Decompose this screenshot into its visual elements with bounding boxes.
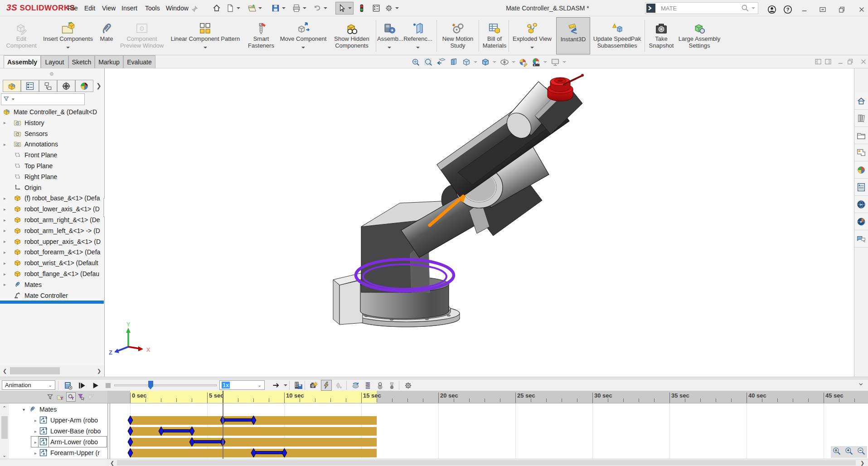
autokey-button[interactable]: [321, 380, 332, 391]
display-style-icon[interactable]: [480, 57, 491, 68]
panel-collapse-dot[interactable]: [50, 72, 53, 76]
key-diamond[interactable]: [127, 437, 133, 449]
taskpane-design-library[interactable]: [854, 110, 868, 127]
add-key-button[interactable]: [334, 380, 344, 391]
apply-scene-icon[interactable]: [531, 57, 542, 68]
filter-all-button[interactable]: [45, 392, 55, 402]
taskpane-community[interactable]: [854, 213, 868, 230]
tree-item[interactable]: Sensors: [0, 128, 104, 139]
zoom-to-fit-icon[interactable]: [410, 57, 421, 68]
timeline-ruler[interactable]: 0 sec5 sec10 sec15 sec20 sec25 sec30 sec…: [0, 391, 868, 403]
open-button[interactable]: [247, 2, 262, 15]
key-diamond[interactable]: [158, 426, 164, 438]
rollback-bar[interactable]: [0, 301, 104, 304]
save-animation-button[interactable]: [293, 380, 304, 391]
motor-button[interactable]: [350, 380, 361, 391]
pane-left-icon[interactable]: [814, 57, 823, 66]
ribbon-large-assembly-settings-button[interactable]: Large AssemblySettings: [677, 17, 722, 54]
playback-mode-button[interactable]: [271, 380, 282, 391]
tree-item[interactable]: ▸robot_arm_left_&<1> -> (D: [0, 225, 104, 236]
ribbon-mate-button[interactable]: Mate: [96, 17, 117, 54]
tree-item[interactable]: Front Plane: [0, 150, 104, 160]
contact-button[interactable]: [374, 380, 385, 391]
task-pane-list-button[interactable]: [372, 2, 381, 15]
tree-item[interactable]: Origin: [0, 182, 104, 193]
undo-button[interactable]: [313, 2, 327, 15]
filter-driving-button[interactable]: [66, 392, 76, 402]
timeline-zoom-in-button[interactable]: [844, 447, 853, 457]
ribbon-linear-component-pattern-button[interactable]: Linear Component Pattern: [167, 17, 244, 54]
spring-button[interactable]: [362, 380, 373, 391]
tree-item[interactable]: ▸robot_forearm_&<1> (Defa: [0, 247, 104, 257]
pin-icon[interactable]: [190, 3, 199, 15]
ribbon-bill-of-materials-button[interactable]: Bill ofMaterials: [480, 17, 509, 54]
tree-item[interactable]: ▸robot_upper_axis_&<1> (D: [0, 236, 104, 247]
expand-arrow[interactable]: ▸: [4, 142, 8, 147]
gravity-button[interactable]: [386, 380, 397, 391]
user-account-button[interactable]: [767, 3, 777, 16]
panel-tab-dimxpert[interactable]: [57, 80, 75, 92]
close-button[interactable]: [858, 3, 866, 16]
timeline-zoom-fit-button[interactable]: [832, 447, 841, 457]
robot-end-effector[interactable]: [548, 74, 584, 101]
timeline-zoom-out-button[interactable]: [857, 447, 866, 457]
tab-assembly[interactable]: Assembly: [4, 55, 41, 68]
slider-thumb[interactable]: [148, 381, 153, 387]
ribbon-take-snapshot-button[interactable]: TakeSnapshot: [647, 17, 675, 54]
key-diamond[interactable]: [127, 415, 133, 427]
restore-button[interactable]: [838, 3, 846, 16]
tree-item[interactable]: ▸History: [0, 117, 104, 128]
search-box[interactable]: MATE: [645, 2, 758, 14]
panel-tab-featuremanager[interactable]: [3, 80, 21, 92]
menu-insert[interactable]: Insert: [120, 0, 139, 16]
selection-filter-toggle-button[interactable]: [357, 2, 366, 15]
playhead-line[interactable]: [223, 403, 223, 459]
tree-item[interactable]: ▸robot_wrist_&<1> (Default: [0, 257, 104, 268]
taskpane-file-explorer[interactable]: [854, 127, 868, 144]
expand-arrow[interactable]: ▸: [4, 207, 8, 212]
view-settings-icon[interactable]: [550, 57, 561, 68]
tree-item[interactable]: ▸robot_lower_axis_&<1> (D: [0, 204, 104, 214]
menu-tools[interactable]: Tools: [143, 0, 162, 16]
taskpane-appearances[interactable]: [854, 161, 868, 179]
expand-arrow[interactable]: ▸: [4, 239, 8, 244]
ribbon-component-preview-window-button[interactable]: ComponentPreview Window: [118, 17, 166, 54]
motion-tree-item[interactable]: ▸AArm-Lower (robo: [9, 437, 107, 447]
key-diamond[interactable]: [189, 437, 195, 449]
animation-wizard-button[interactable]: [308, 380, 319, 391]
dock-button[interactable]: [819, 3, 827, 16]
ribbon-insert-components-button[interactable]: Insert Components: [41, 17, 95, 54]
ribbon-move-component-button[interactable]: Move Component: [278, 17, 328, 54]
tree-item[interactable]: ▸Mates: [0, 279, 104, 290]
key-diamond[interactable]: [251, 415, 257, 427]
expand-arrow[interactable]: ▸: [4, 261, 8, 266]
tree-item[interactable]: ▸robot_flange_&<1> (Defau: [0, 268, 104, 279]
graphics-viewport[interactable]: YXZ: [105, 68, 854, 377]
menu-file[interactable]: File: [66, 0, 80, 16]
key-segment[interactable]: [161, 429, 192, 432]
motion-tree-item[interactable]: ▸AUpper-Arm (robo: [9, 415, 107, 426]
panel-tab-configurations[interactable]: [39, 80, 57, 92]
filter-selected-button[interactable]: [76, 392, 86, 402]
doc-close-icon[interactable]: [859, 57, 868, 66]
key-diamond[interactable]: [281, 448, 287, 459]
key-segment[interactable]: [253, 451, 284, 454]
expand-arrow[interactable]: ▸: [4, 228, 8, 233]
tree-item[interactable]: Mate Controller: [0, 290, 104, 301]
taskpane-home[interactable]: [854, 92, 868, 110]
ribbon-update-speedpak-button[interactable]: Update SpeedPakSubassemblies: [592, 17, 643, 54]
ribbon-edit-component-button[interactable]: EditComponent: [4, 17, 39, 54]
doc-minimize-icon[interactable]: [836, 57, 845, 66]
study-selector[interactable]: Animation⌄: [2, 380, 55, 390]
key-segment[interactable]: [192, 440, 223, 443]
play-button[interactable]: [90, 380, 101, 391]
tree-item[interactable]: Top Plane: [0, 160, 104, 171]
play-from-start-button[interactable]: [76, 380, 87, 391]
motion-settings-button[interactable]: [402, 380, 413, 391]
doc-restore-icon[interactable]: [846, 57, 855, 66]
menu-edit[interactable]: Edit: [82, 0, 97, 16]
expand-arrow[interactable]: ▸: [4, 196, 8, 201]
tree-filter[interactable]: [1, 93, 85, 105]
ribbon-show-hidden-components-button[interactable]: Show HiddenComponents: [330, 17, 373, 54]
taskpane-view-palette[interactable]: [854, 144, 868, 161]
